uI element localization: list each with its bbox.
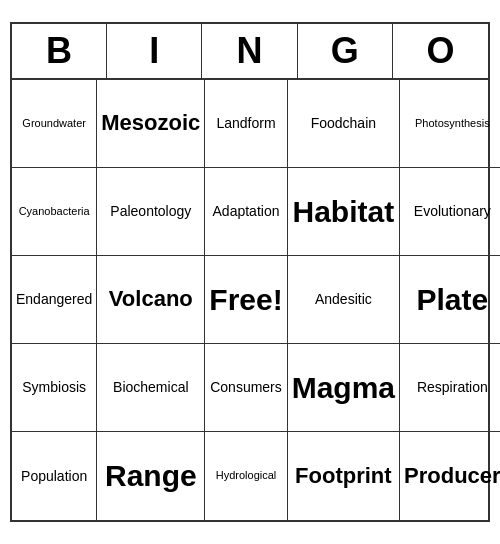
bingo-cell: Andesitic bbox=[288, 256, 400, 344]
bingo-cell: Mesozoic bbox=[97, 80, 205, 168]
header-letter: B bbox=[12, 24, 107, 78]
cell-label: Adaptation bbox=[213, 203, 280, 220]
bingo-cell: Respiration bbox=[400, 344, 500, 432]
bingo-cell: Footprint bbox=[288, 432, 400, 520]
bingo-cell: Foodchain bbox=[288, 80, 400, 168]
bingo-cell: Cyanobacteria bbox=[12, 168, 97, 256]
bingo-cell: Producer bbox=[400, 432, 500, 520]
cell-label: Andesitic bbox=[315, 291, 372, 308]
cell-label: Foodchain bbox=[311, 115, 376, 132]
cell-label: Volcano bbox=[109, 286, 193, 312]
cell-label: Footprint bbox=[295, 463, 392, 489]
cell-label: Groundwater bbox=[22, 117, 86, 130]
bingo-cell: Volcano bbox=[97, 256, 205, 344]
cell-label: Habitat bbox=[293, 194, 395, 230]
cell-label: Biochemical bbox=[113, 379, 188, 396]
bingo-cell: Consumers bbox=[205, 344, 287, 432]
bingo-cell: Symbiosis bbox=[12, 344, 97, 432]
bingo-cell: Biochemical bbox=[97, 344, 205, 432]
header-letter: G bbox=[298, 24, 393, 78]
cell-label: Mesozoic bbox=[101, 110, 200, 136]
cell-label: Symbiosis bbox=[22, 379, 86, 396]
bingo-header: BINGO bbox=[12, 24, 488, 80]
cell-label: Hydrological bbox=[216, 469, 277, 482]
cell-label: Paleontology bbox=[110, 203, 191, 220]
bingo-cell: Landform bbox=[205, 80, 287, 168]
header-letter: N bbox=[202, 24, 297, 78]
cell-label: Consumers bbox=[210, 379, 282, 396]
bingo-cell: Range bbox=[97, 432, 205, 520]
cell-label: Magma bbox=[292, 370, 395, 406]
bingo-cell: Hydrological bbox=[205, 432, 287, 520]
cell-label: Range bbox=[105, 458, 197, 494]
cell-label: Plate bbox=[416, 282, 488, 318]
cell-label: Producer bbox=[404, 463, 500, 489]
bingo-cell: Free! bbox=[205, 256, 287, 344]
bingo-cell: Adaptation bbox=[205, 168, 287, 256]
bingo-card: BINGO GroundwaterMesozoicLandformFoodcha… bbox=[10, 22, 490, 522]
bingo-cell: Groundwater bbox=[12, 80, 97, 168]
bingo-cell: Evolutionary bbox=[400, 168, 500, 256]
bingo-cell: Paleontology bbox=[97, 168, 205, 256]
cell-label: Evolutionary bbox=[414, 203, 491, 220]
bingo-cell: Plate bbox=[400, 256, 500, 344]
bingo-cell: Population bbox=[12, 432, 97, 520]
cell-label: Free! bbox=[209, 282, 282, 318]
header-letter: I bbox=[107, 24, 202, 78]
bingo-cell: Habitat bbox=[288, 168, 400, 256]
bingo-cell: Magma bbox=[288, 344, 400, 432]
bingo-cell: Photosynthesis bbox=[400, 80, 500, 168]
cell-label: Photosynthesis bbox=[415, 117, 490, 130]
cell-label: Cyanobacteria bbox=[19, 205, 90, 218]
cell-label: Population bbox=[21, 468, 87, 485]
cell-label: Endangered bbox=[16, 291, 92, 308]
cell-label: Landform bbox=[216, 115, 275, 132]
header-letter: O bbox=[393, 24, 488, 78]
cell-label: Respiration bbox=[417, 379, 488, 396]
bingo-grid: GroundwaterMesozoicLandformFoodchainPhot… bbox=[12, 80, 488, 520]
bingo-cell: Endangered bbox=[12, 256, 97, 344]
